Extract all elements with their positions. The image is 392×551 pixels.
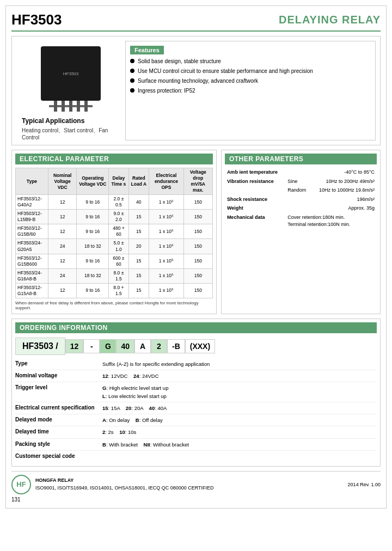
relay-pins [54, 101, 88, 112]
packing-row: Packing style B: With bracket NII: Witho… [15, 441, 377, 451]
table-cell: 15 [128, 268, 149, 283]
header: HF3503 DELAYING RELAY [11, 11, 381, 32]
typical-apps: Typical Applications Heating control、Sta… [16, 117, 125, 140]
vibration-random-label: Random [285, 186, 310, 195]
col-nominal: Nominal Voltage VDC [48, 168, 76, 195]
product-image-area: HF3503 Typical Applications Heating cont… [16, 41, 125, 140]
packing-label: Packing style [15, 441, 102, 447]
relay-image: HF3503 [41, 46, 101, 101]
table-cell: HF3503/24-G20A5 [16, 239, 48, 254]
features-header: Features [130, 46, 164, 54]
table-cell: 15 [128, 210, 149, 224]
vibration-sine-value: 10Hz to 200Hz 49m/s² [311, 177, 377, 186]
table-cell: 9 to 16 [77, 195, 109, 210]
table-cell: 1 x 10⁵ [149, 254, 184, 268]
code-g: G [100, 339, 116, 353]
table-cell: 12 [48, 283, 76, 298]
pin-3 [69, 101, 72, 112]
table-cell: 9.0 ± 2.0 [109, 210, 128, 224]
table-row: HF3503/12-G40A2129 to 162.0 ± 0.5401 x 1… [16, 195, 213, 210]
col-electrical: Electrical endurance OPS [149, 168, 184, 195]
table-cell: HF3503/12-G15A8-B [16, 283, 48, 298]
table-cell: HF3503/12-G15B/60 [16, 224, 48, 239]
parameters-section: ELECTRICAL PARAMETER Type Nominal Voltag… [11, 150, 381, 314]
delayed-mode-label: Delayed mode [15, 417, 102, 423]
code-hf3503: HF3503 / [15, 338, 65, 355]
table-cell: 1 x 10⁵ [149, 210, 184, 224]
bullet-3 [130, 78, 134, 83]
table-cell: HF3503/12-G15B600 [16, 254, 48, 268]
col-operating: Operating Voltage VDC [77, 168, 109, 195]
weight-label: Weight [225, 204, 285, 213]
code-dash: - [83, 339, 100, 353]
table-cell: 8.0 ± 1.5 [109, 268, 128, 283]
table-cell: 5.0 ± 1.0 [109, 239, 128, 254]
table-cell: 15 [128, 254, 149, 268]
table-cell: 150 [183, 283, 212, 298]
packing-value: B: With bracket NII: Without bracket [102, 441, 189, 449]
electrical-table: Type Nominal Voltage VDC Operating Volta… [15, 168, 213, 298]
model-title: HF3503 [11, 11, 62, 28]
shock-value: 196m/s² [311, 195, 377, 204]
relay-type: DELAYING RELAY [279, 14, 381, 26]
trigger-value: G: High electric level start up L: Low e… [102, 384, 168, 400]
other-params-table: Amb ient temperature -40°C to 85°C Vibra… [225, 168, 377, 229]
electrical-spec-value: 15: 15A 20: 20A 40: 40A [102, 405, 167, 412]
col-type: Type [16, 168, 48, 195]
pin-5 [84, 101, 88, 112]
table-cell: 12 [48, 254, 76, 268]
table-cell: 1 x 10⁵ [149, 283, 184, 298]
vibration-sine-row: Vibration resistance Sine 10Hz to 200Hz … [225, 177, 377, 186]
features-box: Features Solid base design, stable struc… [125, 41, 376, 140]
table-cell: 9 to 16 [77, 254, 109, 268]
ordering-section: ORDERING INFORMATION HF3503 / 12 - G 40 … [11, 319, 381, 467]
table-row: HF3503/12-G15B/60129 to 16480 + 60151 x … [16, 224, 213, 239]
table-cell: 480 + 60 [109, 224, 128, 239]
customer-label: Customer special code [15, 453, 102, 459]
ambient-row: Amb ient temperature -40°C to 85°C [225, 168, 377, 177]
table-row: HF3503/12-G15B600129 to 16600 ± 60151 x … [16, 254, 213, 268]
vibration-sine-label: Sine [285, 177, 310, 186]
electrical-parameter-box: ELECTRICAL PARAMETER Type Nominal Voltag… [11, 150, 217, 314]
table-note: When demand of free delay is different f… [15, 301, 213, 310]
certifications: ISO9001, ISO/TS16949, ISO14001, OHSAS180… [35, 485, 214, 492]
table-cell: 150 [183, 195, 212, 210]
feature-text-3: Surface mounting technology, advanced cr… [138, 77, 258, 85]
typical-apps-text: Heating control、Start control、Fan Contro… [22, 127, 125, 140]
relay-image-label: HF3503 [63, 71, 78, 76]
code-12: 12 [65, 339, 84, 353]
table-cell: 9 to 16 [77, 283, 109, 298]
feature-item-2: Use MCU control circuit to ensure stable… [130, 68, 371, 75]
feature-text-2: Use MCU control circuit to ensure stable… [138, 68, 313, 75]
trigger-label: Trigger level [15, 384, 102, 390]
ordering-details: Type Suffix (A-Z) is for specific extend… [15, 360, 377, 461]
page-number: 131 [11, 497, 381, 503]
weight-row: Weight Approx. 35g [225, 204, 377, 213]
table-cell: 18 to 32 [77, 268, 109, 283]
footer-company: HONGFA RELAY ISO9001, ISO/TS16949, ISO14… [35, 477, 214, 492]
code-40: 40 [116, 339, 134, 353]
typical-apps-title: Typical Applications [22, 117, 125, 125]
table-cell: 18 to 32 [77, 239, 109, 254]
table-cell: 150 [183, 254, 212, 268]
type-value: Suffix (A-Z) is for specific extending a… [102, 360, 210, 368]
code-2: 2 [151, 339, 167, 353]
pin-4 [77, 101, 80, 112]
table-row: HF3503/12-L15B9-B129 to 169.0 ± 2.0151 x… [16, 210, 213, 224]
bullet-4 [130, 88, 134, 93]
col-rated: Rated Load A [128, 168, 149, 195]
table-cell: 12 [48, 195, 76, 210]
nominal-voltage-row: Nominal voltage 12: 12VDC 24: 24VDC [15, 372, 377, 382]
mechanical-terminal: Terminal retention:100N min. [287, 221, 375, 228]
ordering-title: ORDERING INFORMATION [15, 322, 377, 333]
table-header-row: Type Nominal Voltage VDC Operating Volta… [16, 168, 213, 195]
col-delay: Delay Time s [109, 168, 128, 195]
delayed-mode-value: A: On delay B: Off delay [102, 417, 163, 424]
bullet-2 [130, 69, 134, 73]
table-cell: 9 to 16 [77, 224, 109, 239]
footer-year: 2014 Rev. 1.00 [348, 482, 381, 487]
type-label: Type [15, 360, 102, 366]
delayed-time-row: Delayed time 2: 2s 10: 10s [15, 428, 377, 438]
nominal-voltage-value: 12: 12VDC 24: 24VDC [102, 372, 159, 380]
table-cell: 12 [48, 210, 76, 224]
